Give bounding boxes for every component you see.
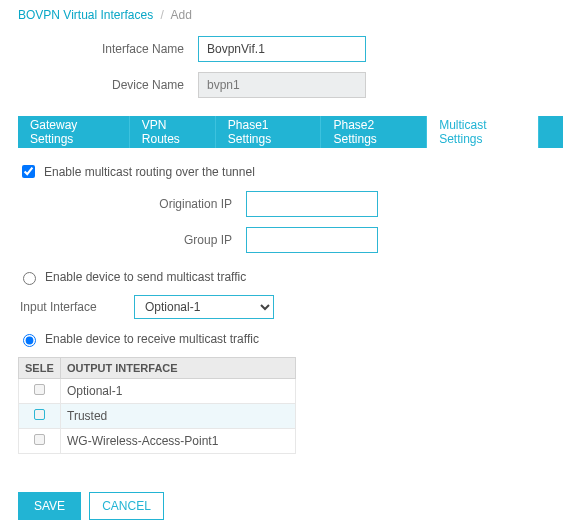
receive-multicast-label: Enable device to receive multicast traff…	[45, 332, 259, 346]
tab-bar-filler	[539, 116, 563, 148]
output-interface-table: SELE OUTPUT INTERFACE Optional-1 Trusted…	[18, 357, 296, 454]
table-row[interactable]: Trusted	[19, 404, 296, 429]
tab-phase2-settings[interactable]: Phase2 Settings	[321, 116, 427, 148]
send-multicast-radio[interactable]	[23, 272, 36, 285]
row-checkbox[interactable]	[34, 409, 45, 420]
send-multicast-label: Enable device to send multicast traffic	[45, 270, 246, 284]
breadcrumb: BOVPN Virtual Interfaces / Add	[18, 8, 563, 22]
table-row[interactable]: Optional-1	[19, 379, 296, 404]
tab-phase1-settings[interactable]: Phase1 Settings	[216, 116, 322, 148]
row-output-name: Optional-1	[61, 379, 296, 404]
tab-gateway-settings[interactable]: Gateway Settings	[18, 116, 130, 148]
row-output-name: Trusted	[61, 404, 296, 429]
device-name-input	[198, 72, 366, 98]
tab-bar: Gateway Settings VPN Routes Phase1 Setti…	[18, 116, 563, 148]
input-interface-select[interactable]: Optional-1	[134, 295, 274, 319]
table-row[interactable]: WG-Wireless-Access-Point1	[19, 429, 296, 454]
origination-ip-input[interactable]	[246, 191, 378, 217]
enable-multicast-checkbox[interactable]	[22, 165, 35, 178]
tab-vpn-routes[interactable]: VPN Routes	[130, 116, 216, 148]
interface-name-label: Interface Name	[18, 42, 198, 56]
breadcrumb-leaf: Add	[171, 8, 192, 22]
row-output-name: WG-Wireless-Access-Point1	[61, 429, 296, 454]
enable-multicast-label: Enable multicast routing over the tunnel	[44, 165, 255, 179]
tab-multicast-settings[interactable]: Multicast Settings	[427, 116, 539, 148]
receive-multicast-radio[interactable]	[23, 334, 36, 347]
input-interface-label: Input Interface	[18, 300, 134, 314]
row-checkbox[interactable]	[34, 384, 45, 395]
row-checkbox[interactable]	[34, 434, 45, 445]
group-ip-input[interactable]	[246, 227, 378, 253]
device-name-label: Device Name	[18, 78, 198, 92]
cancel-button[interactable]: CANCEL	[89, 492, 164, 520]
table-header-output-interface: OUTPUT INTERFACE	[61, 358, 296, 379]
group-ip-label: Group IP	[18, 233, 246, 247]
save-button[interactable]: SAVE	[18, 492, 81, 520]
breadcrumb-root-link[interactable]: BOVPN Virtual Interfaces	[18, 8, 153, 22]
breadcrumb-separator: /	[161, 8, 164, 22]
origination-ip-label: Origination IP	[18, 197, 246, 211]
table-header-select: SELE	[19, 358, 61, 379]
interface-name-input[interactable]	[198, 36, 366, 62]
